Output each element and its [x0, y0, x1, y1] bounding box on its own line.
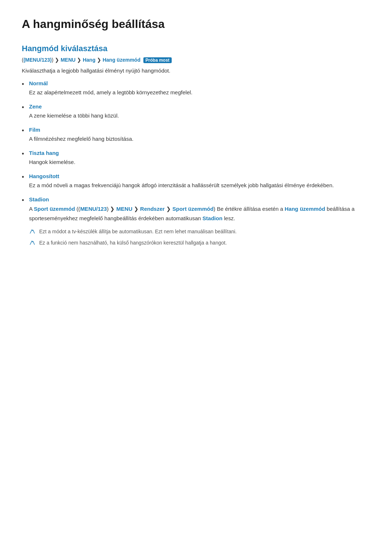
page-title: A hangminőség beállítása	[22, 17, 370, 31]
breadcrumb-menu: MENU	[61, 57, 75, 63]
list-item-stadion: Stadion A Sport üzemmód ((MENU/123) ❯ ME…	[22, 196, 370, 250]
list-item: Hangosított Ez a mód növeli a magas frek…	[22, 173, 370, 190]
menu-link: MENU	[117, 206, 132, 212]
list-item: Tiszta hang Hangok kiemelése.	[22, 150, 370, 167]
item-title-stadion: Stadion	[29, 196, 370, 202]
note-row-1: Ezt a módot a tv-készülék állítja be aut…	[29, 228, 370, 235]
proba-most-badge: Próba most	[143, 57, 172, 63]
note-text-2: Ez a funkció nem használható, ha külső h…	[39, 239, 227, 247]
item-title-zene: Zene	[29, 103, 370, 110]
sound-mode-list: Normál Ez az alapértelmezett mód, amely …	[22, 80, 370, 250]
item-desc-normal: Ez az alapértelmezett mód, amely a legtö…	[29, 88, 370, 97]
note-icon-2	[29, 239, 36, 246]
list-item: Zene A zene kiemelése a többi hang közül…	[22, 103, 370, 120]
note-block: Ezt a módot a tv-készülék állítja be aut…	[29, 228, 370, 250]
breadcrumb-menu123: ((MENU/123))	[22, 57, 53, 63]
item-title-film: Film	[29, 127, 370, 133]
intro-text: Kiválaszthatja a legjobb hallgatási élmé…	[22, 67, 370, 74]
sport-uzemmod2-link: Sport üzemmód	[172, 206, 213, 212]
breadcrumb: ((MENU/123)) ❯ MENU ❯ Hang ❯ Hang üzemmó…	[22, 57, 370, 63]
note-row-2: Ez a funkció nem használható, ha külső h…	[29, 239, 370, 247]
breadcrumb-hang-uzemmod: Hang üzemmód	[103, 57, 140, 63]
item-desc-hangositott: Ez a mód növeli a magas frekvenciájú han…	[29, 181, 370, 190]
section-title: Hangmód kiválasztása	[22, 44, 370, 53]
item-desc-film: A filmnézéshez megfelelő hang biztosítás…	[29, 135, 370, 143]
menu123-link: MENU/123	[80, 206, 107, 212]
item-desc-tiszta-hang: Hangok kiemelése.	[29, 158, 370, 167]
rendszer-link: Rendszer	[140, 206, 165, 212]
note-text-1: Ezt a módot a tv-készülék állítja be aut…	[39, 228, 237, 235]
list-item: Film A filmnézéshez megfelelő hang bizto…	[22, 127, 370, 143]
sport-uzemmod-link: Sport üzemmód	[34, 206, 75, 212]
note-icon-1	[29, 228, 36, 235]
stadion-link: Stadion	[203, 215, 222, 221]
item-title-tiszta-hang: Tiszta hang	[29, 150, 370, 156]
item-desc-zene: A zene kiemelése a többi hang közül.	[29, 111, 370, 120]
item-desc-stadion: A Sport üzemmód ((MENU/123) ❯ MENU ❯ Ren…	[29, 204, 370, 223]
item-title-hangositott: Hangosított	[29, 173, 370, 179]
list-item: Normál Ez az alapértelmezett mód, amely …	[22, 80, 370, 97]
hang-uzemmod-link: Hang üzemmód	[285, 206, 325, 212]
breadcrumb-hang: Hang	[83, 57, 95, 63]
item-title-normal: Normál	[29, 80, 370, 86]
